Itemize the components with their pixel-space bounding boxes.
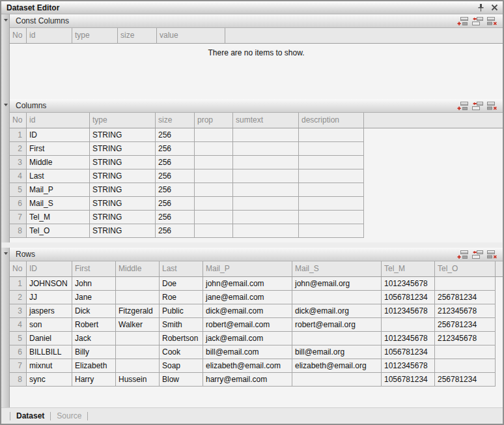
cell-size[interactable]: 256 (156, 183, 195, 197)
column-header-value[interactable]: value (157, 28, 225, 44)
cell-size[interactable]: 256 (156, 128, 195, 142)
cell-prop[interactable] (195, 156, 233, 169)
delete-row-button[interactable] (487, 250, 498, 259)
cell-tel_o[interactable]: 212345678 (435, 332, 496, 345)
cell-id[interactable]: Middle (27, 156, 90, 169)
cell-prop[interactable] (195, 169, 233, 183)
cell-prop[interactable] (195, 142, 233, 156)
insert-row-button[interactable] (472, 17, 483, 25)
column-header-last[interactable]: Last (160, 261, 203, 277)
cell-size[interactable]: 256 (156, 211, 195, 224)
cell-id[interactable]: mixnut (27, 359, 72, 373)
cell-middle[interactable] (116, 345, 160, 359)
cell-id[interactable]: Tel_M (27, 211, 90, 224)
cell-last[interactable]: Blow (160, 373, 203, 387)
cell-middle[interactable] (116, 291, 160, 304)
column-header-first[interactable]: First (72, 261, 116, 277)
cell-id[interactable]: sync (27, 373, 72, 387)
cell-mail_s[interactable] (292, 332, 382, 345)
cell-id[interactable]: ID (27, 128, 90, 142)
cell-description[interactable] (299, 142, 364, 156)
pin-icon[interactable] (477, 4, 484, 12)
cell-last[interactable]: Public (160, 304, 203, 318)
cell-tel_o[interactable]: 256781234 (435, 318, 496, 332)
column-header-no[interactable]: No (10, 261, 27, 277)
cell-mail_p[interactable]: john@email.com (203, 277, 292, 291)
cell-tel_o[interactable] (435, 345, 496, 359)
cell-type[interactable]: STRING (90, 128, 156, 142)
cell-sumtext[interactable] (233, 224, 299, 238)
cell-description[interactable] (299, 156, 364, 169)
cell-mail_s[interactable]: bill@email.org (292, 345, 382, 359)
cell-type[interactable]: STRING (90, 156, 156, 169)
cell-middle[interactable]: Fitzgerald (116, 304, 160, 318)
cell-middle[interactable] (116, 359, 160, 373)
cell-middle[interactable]: Hussein (116, 373, 160, 387)
cell-description[interactable] (299, 183, 364, 197)
column-header-tel_o[interactable]: Tel_O (435, 261, 496, 277)
append-row-button[interactable] (457, 250, 468, 259)
column-header-no[interactable]: No (10, 28, 27, 44)
cell-middle[interactable]: Walker (116, 318, 160, 332)
cell-size[interactable]: 256 (156, 197, 195, 211)
tab-dataset[interactable]: Dataset (16, 411, 44, 420)
column-header-prop[interactable]: prop (195, 113, 233, 128)
cell-description[interactable] (299, 169, 364, 183)
cell-mail_s[interactable]: john@email.org (292, 277, 382, 291)
cell-tel_m[interactable] (382, 318, 435, 332)
cell-id[interactable]: son (27, 318, 72, 332)
cell-type[interactable]: STRING (90, 197, 156, 211)
cell-id[interactable]: JJ (27, 291, 72, 304)
cell-id[interactable]: First (27, 142, 90, 156)
column-header-id[interactable]: id (27, 113, 90, 128)
cell-first[interactable]: Harry (72, 373, 116, 387)
column-header-type[interactable]: type (90, 113, 156, 128)
cell-mail_p[interactable]: dick@email.com (203, 304, 292, 318)
cell-tel_m[interactable]: 1056781234 (382, 291, 435, 304)
cell-last[interactable]: Cook (160, 345, 203, 359)
cell-sumtext[interactable] (233, 169, 299, 183)
cell-id[interactable]: JOHNSON (27, 277, 72, 291)
column-header-size[interactable]: size (156, 113, 195, 128)
cell-mail_s[interactable]: dick@email.org (292, 304, 382, 318)
cell-mail_s[interactable] (292, 373, 382, 387)
columns-splitter[interactable] (1, 99, 10, 242)
append-row-button[interactable] (457, 17, 468, 25)
cell-size[interactable]: 256 (156, 224, 195, 238)
cell-prop[interactable] (195, 197, 233, 211)
cell-first[interactable]: Dick (72, 304, 116, 318)
cell-first[interactable]: Robert (72, 318, 116, 332)
delete-row-button[interactable] (487, 17, 498, 25)
collapse-arrow-icon[interactable] (1, 248, 10, 257)
column-header-tel_m[interactable]: Tel_M (382, 261, 435, 277)
column-header-id[interactable]: id (27, 28, 72, 44)
cell-mail_s[interactable]: elizabeth@email.org (292, 359, 382, 373)
cell-type[interactable]: STRING (90, 142, 156, 156)
cell-size[interactable]: 256 (156, 142, 195, 156)
cell-first[interactable]: Billy (72, 345, 116, 359)
close-icon[interactable] (491, 4, 498, 11)
column-header-sumtext[interactable]: sumtext (233, 113, 299, 128)
cell-sumtext[interactable] (233, 211, 299, 224)
rows-splitter[interactable] (1, 248, 10, 407)
cell-tel_o[interactable] (435, 277, 496, 291)
delete-row-button[interactable] (487, 102, 498, 110)
cell-id[interactable]: Tel_O (27, 224, 90, 238)
cell-sumtext[interactable] (233, 142, 299, 156)
column-header-description[interactable]: description (299, 113, 364, 128)
cell-size[interactable]: 256 (156, 156, 195, 169)
column-header-middle[interactable]: Middle (116, 261, 160, 277)
cell-id[interactable]: BILLBILL (27, 345, 72, 359)
cell-tel_o[interactable]: 256781234 (435, 291, 496, 304)
cell-last[interactable]: Robertson (160, 332, 203, 345)
cell-prop[interactable] (195, 224, 233, 238)
cell-type[interactable]: STRING (90, 211, 156, 224)
cell-mail_p[interactable]: harry@email.com (203, 373, 292, 387)
cell-last[interactable]: Soap (160, 359, 203, 373)
cell-middle[interactable] (116, 277, 160, 291)
cell-description[interactable] (299, 211, 364, 224)
cell-last[interactable]: Smith (160, 318, 203, 332)
cell-description[interactable] (299, 128, 364, 142)
column-header-id[interactable]: ID (27, 261, 72, 277)
cell-last[interactable]: Doe (160, 277, 203, 291)
